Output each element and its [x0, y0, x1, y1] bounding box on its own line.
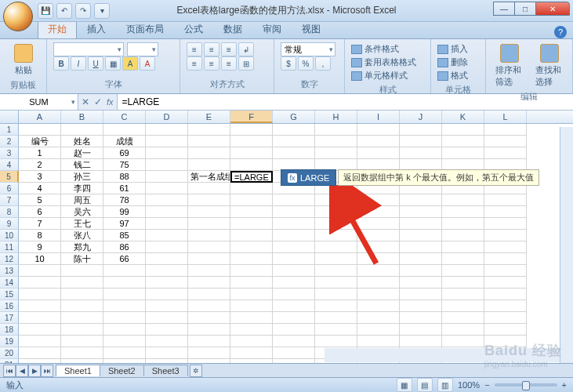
cell[interactable]: 郑九 [61, 241, 103, 253]
cell[interactable] [230, 218, 273, 230]
cell[interactable] [230, 289, 273, 300]
cell[interactable] [400, 300, 442, 312]
cell[interactable] [188, 194, 230, 206]
cell[interactable] [357, 265, 400, 277]
row-header[interactable]: 13 [0, 265, 19, 277]
cell[interactable] [103, 324, 146, 336]
cell[interactable] [188, 324, 230, 336]
cell[interactable] [146, 241, 188, 253]
cell[interactable] [103, 265, 146, 277]
cell[interactable] [61, 336, 103, 347]
vertical-scrollbar[interactable] [560, 127, 573, 363]
find-select-button[interactable]: 查找和选择 [532, 42, 566, 89]
cell[interactable] [442, 312, 484, 324]
name-box[interactable]: SUM [0, 94, 78, 110]
row-header[interactable]: 2 [0, 136, 19, 147]
cell[interactable] [230, 230, 273, 241]
align-bot-button[interactable]: ≡ [221, 42, 237, 56]
row-header[interactable]: 14 [0, 277, 19, 289]
cell[interactable] [103, 336, 146, 347]
cell[interactable]: 编号 [19, 136, 61, 147]
cell[interactable]: 66 [103, 253, 146, 265]
maximize-button[interactable]: □ [514, 2, 536, 16]
autocomplete-item[interactable]: fx LARGE [281, 169, 336, 186]
font-name-combo[interactable] [53, 42, 124, 56]
cell[interactable] [484, 206, 527, 218]
row-header[interactable]: 7 [0, 194, 19, 206]
cell[interactable] [61, 300, 103, 312]
cell[interactable]: 1 [19, 147, 61, 159]
cell[interactable] [146, 277, 188, 289]
font-size-combo[interactable] [127, 42, 158, 56]
sheet-tab[interactable]: Sheet2 [100, 365, 144, 376]
cell[interactable]: 钱二 [61, 159, 103, 171]
cell[interactable] [442, 136, 484, 147]
cell[interactable] [230, 300, 273, 312]
zoom-level[interactable]: 100% [458, 380, 480, 390]
cell[interactable] [484, 218, 527, 230]
cell[interactable] [188, 136, 230, 147]
cell[interactable] [230, 241, 273, 253]
format-cells-button[interactable]: 格式 [437, 69, 479, 82]
align-right-button[interactable]: ≡ [221, 56, 237, 71]
number-format-combo[interactable]: 常规 [281, 42, 335, 56]
cell[interactable] [357, 206, 400, 218]
cell[interactable] [230, 253, 273, 265]
cell[interactable] [442, 124, 484, 136]
cell[interactable] [442, 277, 484, 289]
cell[interactable] [400, 289, 442, 300]
cell[interactable]: 78 [103, 194, 146, 206]
cell[interactable] [146, 265, 188, 277]
percent-button[interactable]: % [298, 56, 314, 71]
cell[interactable] [146, 183, 188, 194]
cell[interactable] [61, 289, 103, 300]
cell[interactable] [188, 230, 230, 241]
cell[interactable] [61, 124, 103, 136]
cell[interactable]: 99 [103, 206, 146, 218]
cell[interactable] [273, 147, 315, 159]
cell[interactable]: 孙三 [61, 171, 103, 183]
row-header[interactable]: 18 [0, 324, 19, 336]
cell[interactable]: 陈十 [61, 253, 103, 265]
cell[interactable] [188, 253, 230, 265]
cell[interactable] [315, 241, 357, 253]
underline-button[interactable]: U [88, 56, 103, 71]
cell[interactable] [442, 194, 484, 206]
row-header[interactable]: 17 [0, 312, 19, 324]
cell[interactable] [103, 312, 146, 324]
cell[interactable] [273, 230, 315, 241]
tab-formulas[interactable]: 公式 [174, 20, 213, 38]
zoom-slider[interactable] [495, 383, 557, 387]
office-button[interactable] [3, 2, 33, 31]
cell[interactable] [230, 265, 273, 277]
cell[interactable] [315, 206, 357, 218]
cell[interactable] [146, 171, 188, 183]
cell[interactable] [357, 230, 400, 241]
cell[interactable] [19, 336, 61, 347]
cell[interactable] [103, 300, 146, 312]
cell[interactable] [315, 253, 357, 265]
cell[interactable] [484, 324, 527, 336]
currency-button[interactable]: $ [281, 56, 296, 71]
wrap-button[interactable]: ↲ [238, 42, 254, 56]
cell[interactable] [400, 206, 442, 218]
cell[interactable] [19, 347, 61, 359]
cell[interactable] [19, 324, 61, 336]
col-header[interactable]: A [19, 111, 61, 123]
cell[interactable] [230, 336, 273, 347]
cell[interactable] [400, 277, 442, 289]
cell[interactable] [442, 336, 484, 347]
cell[interactable] [357, 289, 400, 300]
align-top-button[interactable]: ≡ [187, 42, 202, 56]
cell[interactable] [442, 253, 484, 265]
col-header[interactable]: C [103, 111, 146, 123]
cell[interactable] [146, 206, 188, 218]
cell[interactable] [103, 124, 146, 136]
cell[interactable] [188, 347, 230, 359]
col-header[interactable]: I [357, 111, 400, 123]
cell[interactable] [103, 277, 146, 289]
cell[interactable] [146, 159, 188, 171]
cell[interactable] [61, 312, 103, 324]
cell[interactable] [19, 265, 61, 277]
cell[interactable] [230, 136, 273, 147]
